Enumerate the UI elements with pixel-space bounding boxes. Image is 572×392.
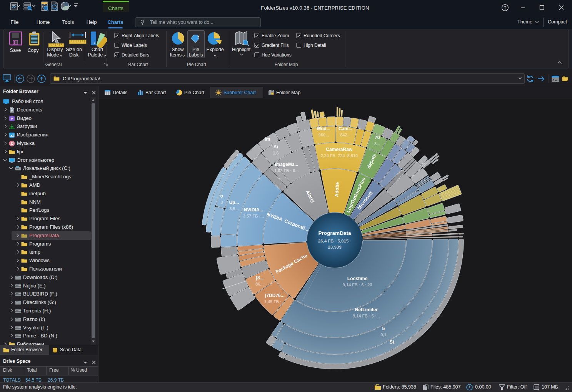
- svg-text:NVIDIA...: NVIDIA...: [244, 207, 263, 213]
- svg-text:im: im: [265, 136, 270, 142]
- svg-text:(7DD76...: (7DD76...: [265, 293, 284, 298]
- svg-text:23,939: 23,939: [328, 245, 341, 249]
- svg-text:5: 5: [382, 326, 385, 331]
- svg-text:Ai: Ai: [273, 144, 278, 149]
- svg-text:8...: 8...: [374, 141, 380, 146]
- svg-text:842...: 842...: [340, 133, 351, 137]
- svg-text:1,45 ГБ ·...: 1,45 ГБ ·...: [264, 299, 285, 304]
- svg-text:70: 70: [375, 135, 380, 140]
- svg-text:ImageMa...: ImageMa...: [275, 162, 298, 167]
- svg-text:1,69 ГБ · 6...: 1,69 ГБ · 6...: [274, 168, 299, 173]
- svg-text:Locktime: Locktime: [347, 276, 368, 281]
- svg-text:26,4 ГБ · 5,015 ·: 26,4 ГБ · 5,015 ·: [318, 239, 351, 243]
- svg-text:9,14 ГБ · 6 · 23: 9,14 ГБ · 6 · 23: [343, 282, 372, 287]
- svg-text:o: o: [220, 193, 223, 199]
- svg-text:9,14 ГБ · 5 ·...: 9,14 ГБ · 5 ·...: [353, 314, 380, 318]
- svg-text:3: 3: [220, 200, 223, 204]
- svg-text:3,5...: 3,5...: [229, 206, 238, 211]
- svg-text:St: St: [390, 339, 394, 345]
- svg-text:Cam...: Cam...: [339, 126, 352, 131]
- svg-text:ProgramData: ProgramData: [319, 230, 351, 236]
- svg-text:Up...: Up...: [229, 200, 239, 205]
- svg-text:Mod...: Mod...: [317, 126, 330, 131]
- svg-text:?: ?: [504, 5, 507, 11]
- svg-text:Adobe: Adobe: [334, 182, 340, 197]
- svg-text:3,57 ГБ ·...: 3,57 ГБ ·...: [243, 214, 264, 218]
- svg-text:{8...: {8...: [255, 275, 263, 281]
- svg-text:1,6: 1,6: [273, 151, 278, 155]
- svg-text:960...: 960...: [319, 133, 329, 137]
- svg-text:2,24 ГБ 724 8,810: 2,24 ГБ 724 8,810: [320, 153, 358, 158]
- svg-text:86...: 86...: [255, 282, 263, 286]
- svg-text:CameraRaw: CameraRaw: [326, 147, 352, 152]
- svg-text:NetLimiter: NetLimiter: [355, 307, 378, 312]
- svg-text:9,1: 9,1: [380, 332, 386, 337]
